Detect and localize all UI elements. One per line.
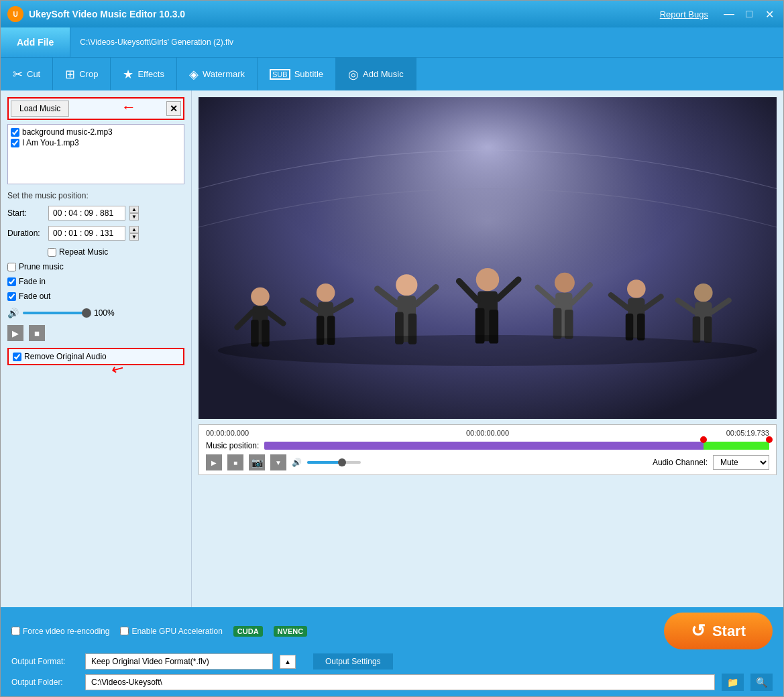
play-video-button[interactable]: ▶ xyxy=(206,454,222,470)
load-music-section: Load Music ✕ ← xyxy=(7,97,184,120)
volume-fill xyxy=(23,312,90,314)
duration-up[interactable]: ▲ xyxy=(129,226,139,233)
app-title: UkeySoft Video Music Editor 10.3.0 xyxy=(29,9,660,19)
svg-rect-34 xyxy=(626,314,633,340)
music-item-2-checkbox[interactable] xyxy=(11,139,19,147)
start-label: Start xyxy=(712,623,746,640)
prune-music-label: Prune music xyxy=(19,262,64,271)
repeat-music-checkbox[interactable] xyxy=(48,248,56,257)
duration-spinners: ▲ ▼ xyxy=(129,226,139,241)
time-marker-end: 00:05:19.733 xyxy=(726,429,769,437)
dropdown-button[interactable]: ▼ xyxy=(270,454,286,470)
force-encoding-checkbox[interactable] xyxy=(11,627,20,635)
left-panel: Load Music ✕ ← background music-2.mp3 I … xyxy=(1,90,192,607)
time-markers: 00:00:00.000 00:00:00.000 00:05:19.733 xyxy=(206,429,769,437)
start-time-input[interactable] xyxy=(48,206,125,220)
duration-label: Duration: xyxy=(7,229,44,238)
file-path-display: C:\Videos-Ukeysoft\Girls' Generation (2)… xyxy=(70,38,233,47)
format-dropdown-button[interactable]: ▲ xyxy=(280,655,296,669)
music-list-item: I Am You-1.mp3 xyxy=(11,138,181,147)
output-format-label: Output Format: xyxy=(11,657,78,666)
ctrl-volume-slider[interactable] xyxy=(307,461,361,464)
music-item-1-checkbox[interactable] xyxy=(11,128,19,137)
position-dot-end[interactable] xyxy=(766,436,773,443)
duration-row: Duration: ▲ ▼ xyxy=(7,226,184,241)
report-bugs-link[interactable]: Report Bugs xyxy=(660,9,708,19)
output-folder-row: Output Folder: 📁 🔍 xyxy=(11,674,773,691)
prune-music-row: Prune music xyxy=(7,262,184,271)
music-list-item: background music-2.mp3 xyxy=(11,127,181,137)
ctrl-vol-thumb[interactable] xyxy=(338,458,346,466)
bottom-section: Force video re-encoding Enable GPU Accel… xyxy=(1,607,783,696)
start-button[interactable]: ↺ Start xyxy=(664,613,773,649)
svg-point-20 xyxy=(476,268,499,291)
fade-in-checkbox[interactable] xyxy=(7,277,16,286)
add-music-icon: ◎ xyxy=(348,67,359,82)
music-file-list: background music-2.mp3 I Am You-1.mp3 xyxy=(7,124,184,184)
start-time-up[interactable]: ▲ xyxy=(129,206,139,213)
audio-channel-select[interactable]: Mute Left Right Stereo xyxy=(713,455,769,470)
volume-row: 🔊 100% xyxy=(7,308,184,318)
music-position-label: Music position: xyxy=(206,441,259,450)
prune-music-checkbox[interactable] xyxy=(7,263,16,271)
start-time-down[interactable]: ▼ xyxy=(129,213,139,220)
gpu-accel-checkbox[interactable] xyxy=(120,627,129,635)
browse-folder-button[interactable]: 📁 xyxy=(722,674,744,691)
output-folder-input[interactable] xyxy=(85,674,715,690)
remove-audio-label: Remove Original Audio xyxy=(24,352,107,361)
remove-audio-section: Remove Original Audio xyxy=(7,348,184,365)
start-label: Start: xyxy=(7,208,44,218)
tool-tabs-bar: ✂ Cut ⊞ Crop ★ Effects ◈ Watermark SUB S… xyxy=(1,57,783,90)
svg-point-14 xyxy=(396,274,417,296)
remove-original-audio-checkbox[interactable] xyxy=(13,353,21,361)
add-file-button[interactable]: Add File xyxy=(1,27,70,57)
position-track[interactable] xyxy=(264,442,769,450)
screenshot-button[interactable]: 📷 xyxy=(249,454,265,470)
main-content: Load Music ✕ ← background music-2.mp3 I … xyxy=(1,90,783,607)
minimize-button[interactable]: — xyxy=(722,8,736,21)
video-preview xyxy=(199,97,777,419)
tab-cut[interactable]: ✂ Cut xyxy=(1,58,53,90)
start-icon: ↺ xyxy=(691,621,706,641)
search-button[interactable]: 🔍 xyxy=(750,674,773,691)
position-fill-green xyxy=(704,442,769,450)
duration-down[interactable]: ▼ xyxy=(129,233,139,241)
repeat-music-row: Repeat Music xyxy=(48,247,184,257)
video-scene xyxy=(199,97,777,419)
watermark-icon: ◈ xyxy=(189,67,199,82)
output-settings-button[interactable]: Output Settings xyxy=(313,653,393,670)
tab-add-music[interactable]: ◎ Add Music xyxy=(336,58,416,90)
tab-watermark[interactable]: ◈ Watermark xyxy=(177,58,258,90)
start-time-row: Start: ▲ ▼ xyxy=(7,206,184,220)
close-button[interactable]: ✕ xyxy=(762,8,777,21)
svg-point-2 xyxy=(251,288,270,306)
fade-in-label: Fade in xyxy=(19,277,46,286)
maximize-button[interactable]: □ xyxy=(742,8,757,21)
clear-music-button[interactable]: ✕ xyxy=(166,101,181,116)
tab-effects[interactable]: ★ Effects xyxy=(111,58,177,90)
svg-rect-29 xyxy=(565,310,573,339)
svg-rect-41 xyxy=(704,316,712,342)
output-format-row: Output Format: ▲ Output Settings xyxy=(11,653,773,670)
duration-input[interactable] xyxy=(48,226,125,241)
tab-add-music-label: Add Music xyxy=(363,69,404,79)
volume-slider-track[interactable] xyxy=(23,312,90,314)
volume-thumb[interactable] xyxy=(82,308,91,318)
fade-out-row: Fade out xyxy=(7,292,184,301)
stop-video-button[interactable]: ■ xyxy=(227,454,243,470)
play-button[interactable]: ▶ xyxy=(7,325,23,341)
tab-crop[interactable]: ⊞ Crop xyxy=(53,58,111,90)
crop-icon: ⊞ xyxy=(65,67,75,82)
load-music-button[interactable]: Load Music xyxy=(11,101,69,117)
stop-button[interactable]: ■ xyxy=(29,325,45,341)
repeat-music-label: Repeat Music xyxy=(59,247,108,257)
app-logo: U xyxy=(7,6,23,22)
output-format-input[interactable] xyxy=(85,653,273,670)
svg-point-38 xyxy=(694,283,713,302)
time-marker-start: 00:00:00.000 xyxy=(206,429,249,437)
load-music-row: Load Music ✕ xyxy=(7,97,184,120)
fade-out-checkbox[interactable] xyxy=(7,292,16,301)
start-time-spinners: ▲ ▼ xyxy=(129,206,139,220)
tab-subtitle[interactable]: SUB Subtitle xyxy=(258,58,336,90)
bottom-rows: Force video re-encoding Enable GPU Accel… xyxy=(11,613,773,691)
